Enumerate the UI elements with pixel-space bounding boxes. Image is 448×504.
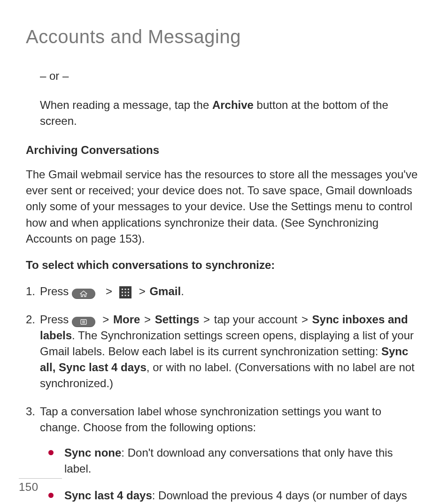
svg-rect-0 <box>122 289 123 290</box>
steps-list: Press > > Gmail. <box>26 283 422 504</box>
svg-rect-2 <box>128 289 129 290</box>
text: When reading a message, tap the <box>40 99 212 111</box>
bold-text: Settings <box>155 313 200 326</box>
svg-rect-4 <box>125 291 126 293</box>
page-title: Accounts and Messaging <box>26 26 422 47</box>
text: tap your account <box>211 313 301 326</box>
bold-text: More <box>113 313 140 326</box>
chevron-separator: > <box>202 313 211 326</box>
chevron-separator: > <box>143 313 152 326</box>
footer-divider <box>19 478 62 479</box>
text: Press <box>40 285 72 298</box>
chevron-separator: > <box>301 313 309 326</box>
page-number: 150 <box>19 481 39 494</box>
body-content: – or – When reading a message, tap the A… <box>26 68 422 504</box>
text: Press <box>40 313 72 326</box>
svg-rect-3 <box>122 291 123 293</box>
menu-key-icon <box>72 317 95 327</box>
bold-text: Sync last 4 days <box>64 489 152 502</box>
bold-text: Archive <box>212 99 254 111</box>
svg-rect-5 <box>128 291 129 293</box>
archiving-paragraph: The Gmail webmail service has the resour… <box>26 167 422 246</box>
list-item: Sync none: Don't download any conversati… <box>40 445 422 477</box>
or-separator: – or – <box>40 68 422 84</box>
home-key-icon <box>72 289 95 299</box>
intro-paragraph: When reading a message, tap the Archive … <box>40 97 422 129</box>
svg-rect-6 <box>122 295 123 296</box>
bold-text: Sync none <box>64 446 121 459</box>
step-item: Tap a conversation label whose synchroni… <box>26 404 422 504</box>
text: Tap a conversation label whose synchroni… <box>40 405 381 434</box>
chevron-separator: > <box>105 285 113 298</box>
page: Accounts and Messaging – or – When readi… <box>0 0 448 504</box>
step-item: Press > More > Settings > tap your accou… <box>26 312 422 391</box>
text: . <box>181 285 184 298</box>
svg-rect-8 <box>128 295 129 296</box>
list-item: Sync last 4 days: Download the previous … <box>40 488 422 504</box>
text: The Synchronization settings screen open… <box>40 329 414 358</box>
svg-rect-1 <box>125 289 126 290</box>
svg-rect-7 <box>125 295 126 296</box>
chevron-separator: > <box>138 285 147 298</box>
step-item: Press > > Gmail. <box>26 283 422 299</box>
apps-grid-icon <box>119 286 131 298</box>
bold-text: Gmail <box>149 285 181 298</box>
subsection-heading: To select which conversations to synchro… <box>26 257 422 273</box>
chevron-separator: > <box>101 313 110 326</box>
options-list: Sync none: Don't download any conversati… <box>40 445 422 504</box>
section-heading: Archiving Conversations <box>26 142 422 158</box>
